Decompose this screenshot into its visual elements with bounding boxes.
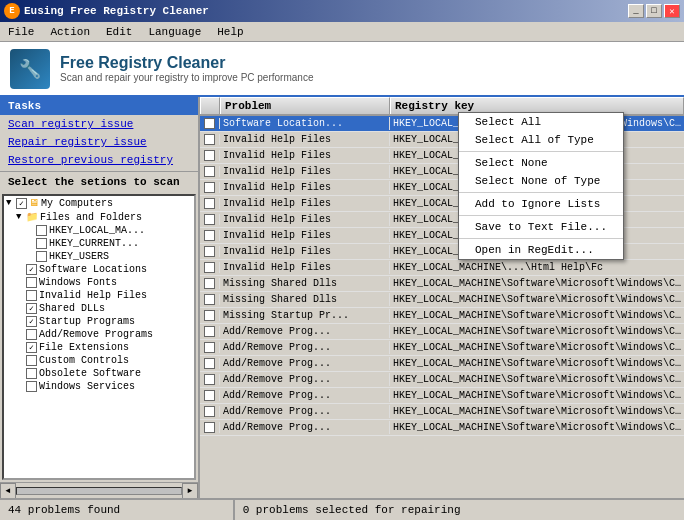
ctx-select-none-type[interactable]: Select None of Type — [459, 172, 623, 190]
row-regkey: HKEY_LOCAL_MACHINE\Software\Microsoft\Wi… — [390, 405, 684, 418]
tree-windows-services[interactable]: Windows Services — [4, 380, 194, 393]
row-checkbox[interactable] — [204, 230, 215, 241]
menu-language[interactable]: Language — [144, 25, 205, 39]
tree-label: Files and Folders — [40, 212, 142, 223]
close-button[interactable]: ✕ — [664, 4, 680, 18]
row-checkbox[interactable] — [204, 182, 215, 193]
menu-bar: File Action Edit Language Help — [0, 22, 684, 42]
row-checkbox[interactable] — [204, 150, 215, 161]
tree-hkcu[interactable]: HKEY_CURRENT... — [4, 237, 194, 250]
row-checkbox[interactable] — [204, 278, 215, 289]
tree-checkbox-my-computers[interactable] — [16, 198, 27, 209]
table-row[interactable]: Add/Remove Prog... HKEY_LOCAL_MACHINE\So… — [200, 356, 684, 372]
row-problem: Invalid Help Files — [220, 261, 390, 274]
tree-label: Windows Fonts — [39, 277, 117, 288]
tree-checkbox[interactable] — [26, 290, 37, 301]
scroll-left-btn[interactable]: ◄ — [0, 483, 16, 499]
tree-hku[interactable]: HKEY_USERS — [4, 250, 194, 263]
tree-checkbox[interactable] — [36, 251, 47, 262]
tree-checkbox[interactable] — [36, 225, 47, 236]
ctx-open-regedit[interactable]: Open in RegEdit... — [459, 241, 623, 259]
ctx-select-all-type[interactable]: Select All of Type — [459, 131, 623, 149]
tree-shared[interactable]: Shared DLLs — [4, 302, 194, 315]
row-checkbox[interactable] — [204, 134, 215, 145]
tree-checkbox[interactable] — [26, 381, 37, 392]
row-checkbox[interactable] — [204, 198, 215, 209]
table-row[interactable]: Add/Remove Prog... HKEY_LOCAL_MACHINE\So… — [200, 420, 684, 436]
table-row[interactable]: Add/Remove Prog... HKEY_LOCAL_MACHINE\So… — [200, 404, 684, 420]
tree-windows-fonts[interactable]: Windows Fonts — [4, 276, 194, 289]
tree-checkbox[interactable] — [26, 329, 37, 340]
minimize-button[interactable]: _ — [628, 4, 644, 18]
expand-icon: ▼ — [16, 212, 26, 222]
row-checkbox[interactable] — [204, 262, 215, 273]
task-scan[interactable]: Scan registry issue — [0, 115, 198, 133]
tree-software-locations[interactable]: Software Locations — [4, 263, 194, 276]
context-menu[interactable]: Select All Select All of Type Select Non… — [458, 112, 624, 260]
row-checkbox[interactable] — [204, 294, 215, 305]
row-checkbox[interactable] — [204, 310, 215, 321]
task-restore[interactable]: Restore previous registry — [0, 151, 198, 169]
table-row[interactable]: Add/Remove Prog... HKEY_LOCAL_MACHINE\So… — [200, 340, 684, 356]
row-problem: Invalid Help Files — [220, 229, 390, 242]
row-checkbox[interactable] — [204, 246, 215, 257]
menu-action[interactable]: Action — [46, 25, 94, 39]
scroll-right-btn[interactable]: ► — [182, 483, 198, 499]
tree-checkbox[interactable] — [26, 277, 37, 288]
table-row[interactable]: Missing Shared Dlls HKEY_LOCAL_MACHINE\S… — [200, 276, 684, 292]
tree-label: Custom Controls — [39, 355, 129, 366]
row-checkbox[interactable] — [204, 214, 215, 225]
row-checkbox[interactable] — [204, 374, 215, 385]
tree-hklm[interactable]: HKEY_LOCAL_MA... — [4, 224, 194, 237]
row-problem: Invalid Help Files — [220, 149, 390, 162]
tasks-header: Tasks — [0, 97, 198, 115]
tree-custom-controls[interactable]: Custom Controls — [4, 354, 194, 367]
row-problem: Add/Remove Prog... — [220, 405, 390, 418]
row-checkbox[interactable] — [204, 406, 215, 417]
tree-checkbox[interactable] — [26, 368, 37, 379]
row-checkbox[interactable] — [204, 358, 215, 369]
table-row[interactable]: Invalid Help Files HKEY_LOCAL_MACHINE\..… — [200, 260, 684, 276]
row-checkbox[interactable] — [204, 118, 215, 129]
table-row[interactable]: Add/Remove Prog... HKEY_LOCAL_MACHINE\So… — [200, 372, 684, 388]
ctx-select-none[interactable]: Select None — [459, 154, 623, 172]
tree-my-computers[interactable]: ▼ 🖥 My Computers — [4, 196, 194, 210]
tree-checkbox[interactable] — [26, 342, 37, 353]
left-panel: Tasks Scan registry issue Repair registr… — [0, 97, 200, 498]
menu-file[interactable]: File — [4, 25, 38, 39]
row-checkbox[interactable] — [204, 390, 215, 401]
table-row[interactable]: Missing Shared Dlls HKEY_LOCAL_MACHINE\S… — [200, 292, 684, 308]
menu-help[interactable]: Help — [213, 25, 247, 39]
row-check-cell[interactable] — [200, 118, 220, 129]
row-checkbox[interactable] — [204, 422, 215, 433]
row-regkey: HKEY_LOCAL_MACHINE\Software\Microsoft\Wi… — [390, 309, 684, 322]
row-checkbox[interactable] — [204, 342, 215, 353]
tree-checkbox[interactable] — [36, 238, 47, 249]
task-repair[interactable]: Repair registry issue — [0, 133, 198, 151]
row-problem: Add/Remove Prog... — [220, 373, 390, 386]
tree-add-remove[interactable]: Add/Remove Programs — [4, 328, 194, 341]
row-checkbox[interactable] — [204, 166, 215, 177]
tree-startup[interactable]: Startup Programs — [4, 315, 194, 328]
ctx-add-ignore[interactable]: Add to Ignore Lists — [459, 195, 623, 213]
table-row[interactable]: Add/Remove Prog... HKEY_LOCAL_MACHINE\So… — [200, 324, 684, 340]
table-row[interactable]: Missing Startup Pr... HKEY_LOCAL_MACHINE… — [200, 308, 684, 324]
ctx-save-text[interactable]: Save to Text File... — [459, 218, 623, 236]
ctx-select-all[interactable]: Select All — [459, 113, 623, 131]
maximize-button[interactable]: □ — [646, 4, 662, 18]
tree-scrollbar[interactable]: ◄ ► — [0, 482, 198, 498]
tree-checkbox[interactable] — [26, 303, 37, 314]
tree-checkbox[interactable] — [26, 264, 37, 275]
tree-invalid-help[interactable]: Invalid Help Files — [4, 289, 194, 302]
tree-files-folders[interactable]: ▼ 📁 Files and Folders — [4, 210, 194, 224]
row-problem: Invalid Help Files — [220, 213, 390, 226]
tree-checkbox[interactable] — [26, 316, 37, 327]
menu-edit[interactable]: Edit — [102, 25, 136, 39]
tree-panel[interactable]: ▼ 🖥 My Computers ▼ 📁 Files and Folders H… — [2, 194, 196, 480]
row-problem: Missing Startup Pr... — [220, 309, 390, 322]
tree-obsolete[interactable]: Obsolete Software — [4, 367, 194, 380]
table-row[interactable]: Add/Remove Prog... HKEY_LOCAL_MACHINE\So… — [200, 388, 684, 404]
tree-file-ext[interactable]: File Extensions — [4, 341, 194, 354]
row-checkbox[interactable] — [204, 326, 215, 337]
tree-checkbox[interactable] — [26, 355, 37, 366]
